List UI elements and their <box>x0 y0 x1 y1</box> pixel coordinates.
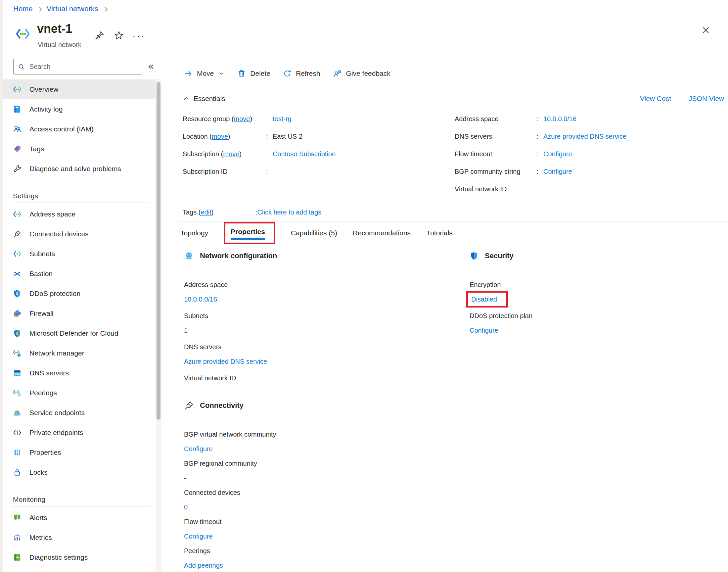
favorite-star-icon[interactable] <box>114 30 124 41</box>
give-feedback-button[interactable]: Give feedback <box>333 69 391 78</box>
prop-bgp-vnet-community: BGP virtual network community Configure <box>184 430 435 453</box>
essentials-row-address-space: Address space : 10.0.0.0/16 <box>455 115 626 133</box>
globe-icon <box>184 251 194 261</box>
label-text: DNS servers <box>455 133 537 140</box>
sidebar-item-firewall[interactable]: Firewall <box>3 303 157 324</box>
colon: : <box>537 168 543 175</box>
refresh-button[interactable]: Refresh <box>283 69 320 78</box>
tab-tutorials[interactable]: Tutorials <box>426 229 453 237</box>
sidebar-item-tags[interactable]: Tags <box>3 139 157 159</box>
bgp-vnet-community-configure-link[interactable]: Configure <box>184 445 213 452</box>
sidebar-item-overview[interactable]: Overview <box>3 79 157 99</box>
resource-group-link[interactable]: test-rg <box>273 115 292 123</box>
dns-servers-icon: www <box>13 369 21 377</box>
sidebar-item-locks[interactable]: Locks <box>3 462 157 482</box>
subscription-link[interactable]: Contoso Subscription <box>273 150 335 158</box>
sidebar-item-network-manager[interactable]: Network manager <box>3 343 157 363</box>
sidebar-item-label: Overview <box>29 85 59 93</box>
delete-button[interactable]: Delete <box>237 69 270 78</box>
sidebar-item-logs[interactable]: Logs <box>3 567 157 572</box>
sidebar-search[interactable] <box>13 59 142 74</box>
sidebar-scrollbar-thumb[interactable] <box>157 82 160 420</box>
sidebar-item-peerings[interactable]: Peerings <box>3 383 157 403</box>
page-edge-strip <box>0 0 3 572</box>
flow-timeout-configure-link2[interactable]: Configure <box>184 532 213 540</box>
sidebar-item-diagnostic-settings[interactable]: Diagnostic settings <box>3 548 157 567</box>
security-header: Security <box>470 250 681 262</box>
dns-servers-link[interactable]: Azure provided DNS service <box>543 133 626 140</box>
sidebar-item-access-control[interactable]: Access control (IAM) <box>3 119 157 139</box>
close-icon[interactable] <box>701 25 711 35</box>
sidebar-item-properties[interactable]: Properties <box>3 443 157 462</box>
json-view-link[interactable]: JSON View <box>689 95 724 102</box>
peerings-icon <box>13 388 21 397</box>
breadcrumb-virtual-networks-link[interactable]: Virtual networks <box>47 5 98 13</box>
diagnostic-settings-icon <box>13 553 21 562</box>
move-subscription-link[interactable]: move <box>223 150 239 157</box>
dns-service-link[interactable]: Azure provided DNS service <box>184 358 267 365</box>
bastion-icon <box>13 270 21 278</box>
prop-bgp-regional-community: BGP regional community - <box>184 459 435 482</box>
prop-label: BGP regional community <box>184 459 435 468</box>
selected-tab-underline <box>231 238 265 240</box>
essentials-collapse[interactable]: Essentials <box>183 95 225 102</box>
page-subtitle: Virtual network <box>38 41 81 49</box>
address-space-link[interactable]: 10.0.0.0/16 <box>543 115 576 123</box>
sidebar-item-ddos-protection[interactable]: DDoS protection <box>3 284 157 303</box>
sidebar-item-diagnose[interactable]: Diagnose and solve problems <box>3 159 157 179</box>
tab-recommendations[interactable]: Recommendations <box>353 229 411 237</box>
address-space-value-link[interactable]: 10.0.0.0/16 <box>184 296 217 303</box>
search-input[interactable] <box>29 63 129 71</box>
colon: : <box>537 186 543 193</box>
tab-topology[interactable]: Topology <box>180 229 208 237</box>
colon: : <box>537 150 543 158</box>
private-endpoints-icon <box>13 428 21 437</box>
connected-devices-count-link[interactable]: 0 <box>184 503 188 511</box>
add-tags-link[interactable]: Click here to add tags <box>257 209 321 216</box>
colon: : <box>266 133 273 140</box>
trash-icon <box>237 69 246 78</box>
sidebar-item-bastion[interactable]: Bastion <box>3 264 157 284</box>
sidebar-item-subnets[interactable]: Subnets <box>3 244 157 264</box>
view-cost-link[interactable]: View Cost <box>640 95 671 102</box>
sidebar-item-alerts[interactable]: Alerts <box>3 508 157 528</box>
sidebar-item-defender[interactable]: Microsoft Defender for Cloud <box>3 324 157 343</box>
pin-icon[interactable] <box>95 31 104 40</box>
move-location-link[interactable]: move <box>212 133 228 140</box>
breadcrumb-home-link[interactable]: Home <box>13 5 33 13</box>
label-text: ) <box>250 115 252 123</box>
sidebar-item-connected-devices[interactable]: Connected devices <box>3 224 157 244</box>
sidebar-item-private-endpoints[interactable]: Private endpoints <box>3 423 157 443</box>
ddos-plan-configure-link[interactable]: Configure <box>470 327 498 334</box>
sidebar-item-metrics[interactable]: Metrics <box>3 528 157 548</box>
move-resource-group-link[interactable]: move <box>234 115 250 123</box>
label-text: Subscription ID <box>183 168 266 175</box>
firewall-icon <box>13 309 21 318</box>
colon: : <box>266 168 273 175</box>
bgp-community-configure-link[interactable]: Configure <box>543 168 572 175</box>
breadcrumb: Home Virtual networks <box>13 5 107 13</box>
more-options-icon[interactable]: ··· <box>132 30 146 41</box>
label-text: Flow timeout <box>455 150 537 158</box>
prop-encryption: Encryption Disabled <box>470 281 681 303</box>
flow-timeout-configure-link[interactable]: Configure <box>543 150 572 158</box>
tab-capabilities[interactable]: Capabilities (5) <box>291 229 337 237</box>
encryption-status-link[interactable]: Disabled <box>471 296 497 303</box>
label-text: BGP community string <box>455 168 537 175</box>
add-peerings-link[interactable]: Add peerings <box>184 562 223 569</box>
edit-tags-link[interactable]: edit <box>200 209 211 216</box>
sidebar-item-service-endpoints[interactable]: Service endpoints <box>3 403 157 423</box>
move-arrow-icon <box>184 69 192 78</box>
move-button[interactable]: Move <box>184 69 225 78</box>
tab-bar: Topology Properties Capabilities (5) Rec… <box>180 222 453 244</box>
sidebar-item-activity-log[interactable]: Activity log <box>3 99 157 119</box>
sidebar-item-label: Private endpoints <box>29 429 83 437</box>
tab-properties[interactable]: Properties <box>224 222 275 244</box>
essentials-header: Essentials View Cost JSON View <box>178 92 728 105</box>
collapse-sidebar-icon[interactable]: « <box>148 60 154 72</box>
sidebar-item-dns-servers[interactable]: www DNS servers <box>3 363 157 383</box>
subnets-count-link[interactable]: 1 <box>184 327 188 334</box>
ddos-shield-icon <box>13 289 21 298</box>
wrench-icon <box>13 164 21 173</box>
sidebar-item-address-space[interactable]: Address space <box>3 204 157 224</box>
